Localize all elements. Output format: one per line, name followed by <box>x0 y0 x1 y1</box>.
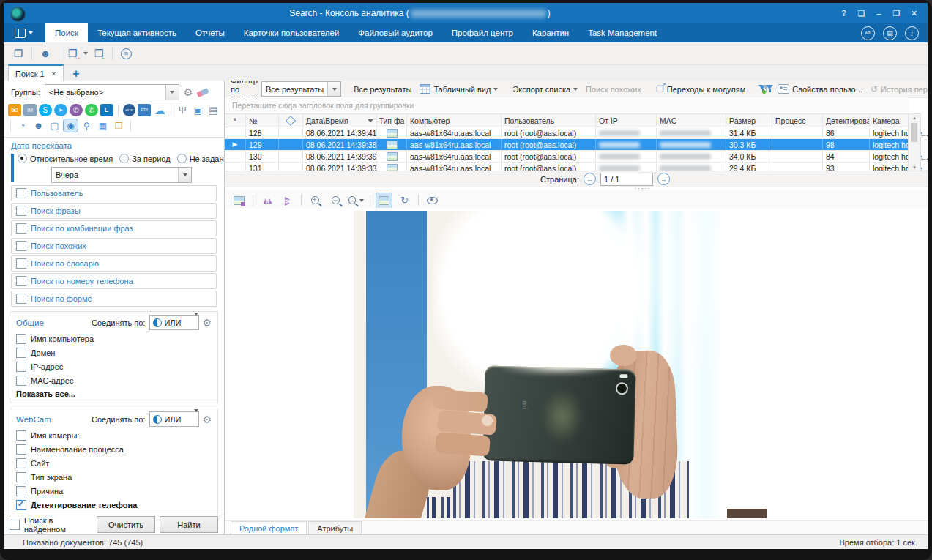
search-in-found-checkbox[interactable] <box>10 520 20 530</box>
checkbox[interactable] <box>16 241 26 251</box>
ftp-icon[interactable]: FTP <box>138 104 151 116</box>
device-search-icon[interactable]: ▣ <box>191 104 204 116</box>
all-results-button[interactable]: Все результаты <box>351 85 414 94</box>
filter-dictionary[interactable]: Поиск по словарю <box>11 255 217 272</box>
telegram-icon[interactable]: ➤ <box>54 104 67 116</box>
gear-icon[interactable]: ⚙ <box>202 318 212 328</box>
checkbox[interactable] <box>16 188 26 198</box>
next-page-button[interactable]: → <box>657 173 670 185</box>
webcam-item-process-name[interactable]: Наименование процесса <box>16 442 212 456</box>
cash-register-icon[interactable]: ▦ <box>96 119 110 132</box>
menu-tab-profile-center[interactable]: Профайл центр <box>442 23 523 42</box>
api-icon[interactable]: API <box>861 26 875 40</box>
gear-icon[interactable]: ⚙ <box>184 87 193 97</box>
user-search-icon[interactable]: ☻ <box>37 45 54 62</box>
table-row[interactable]: 128 08.06.2021 14:39:41 aas-w81x64ru.aas… <box>225 127 909 139</box>
checkbox[interactable] <box>16 362 26 372</box>
checkbox[interactable] <box>16 334 26 344</box>
filter-user[interactable]: Пользователь <box>11 185 217 201</box>
checkbox[interactable] <box>16 430 26 441</box>
scroll-up-icon[interactable]: ▲ <box>909 114 920 122</box>
http-icon[interactable]: HTTP <box>123 104 136 116</box>
checkbox[interactable] <box>16 458 26 468</box>
header-user[interactable]: Пользователь <box>502 114 596 127</box>
checkbox[interactable] <box>16 258 26 269</box>
clock-icon[interactable]: ◔ <box>15 119 29 132</box>
header-from-ip[interactable]: От IP <box>596 114 657 127</box>
filter-phrase-combination[interactable]: Поиск по комбинации фраз <box>11 220 217 236</box>
viber-icon[interactable]: ✆ <box>70 104 83 116</box>
app-menu-button[interactable] <box>8 23 40 42</box>
checkbox[interactable] <box>16 206 26 216</box>
table-row-selected[interactable]: ▶ 129 08.06.2021 14:39:38 aas-w81x64ru.a… <box>225 139 909 151</box>
menu-tab-quarantine[interactable]: Карантин <box>523 23 578 42</box>
close-button[interactable]: ✕ <box>906 7 922 20</box>
type-filter-dropdown[interactable]: Все результаты <box>261 81 341 97</box>
header-mac[interactable]: MAC <box>657 114 726 127</box>
webcam-item-reason[interactable]: Причина <box>16 484 212 498</box>
filter-similar[interactable]: Поиск похожих <box>11 238 217 254</box>
menu-tab-reports[interactable]: Отчеты <box>186 23 234 42</box>
search-similar-button[interactable]: Поиск похожих <box>584 85 644 94</box>
info-icon[interactable]: i <box>905 26 919 40</box>
cloud-icon[interactable]: ☁ <box>153 104 166 116</box>
chat-history-button[interactable]: ↺История переписки <box>868 84 928 94</box>
show-all-link[interactable]: Показать все... <box>16 387 212 398</box>
whatsapp-icon[interactable]: ✆ <box>85 104 98 116</box>
close-tab-icon[interactable]: ✕ <box>51 70 57 78</box>
go-to-modules-button[interactable]: ❐Переходы к модулям <box>654 84 748 94</box>
group-by-hint[interactable]: Перетащите сюда заголовок поля для групп… <box>225 97 909 113</box>
fit-window-icon[interactable] <box>376 193 392 209</box>
chevron-down-icon[interactable] <box>83 52 88 55</box>
table-scrollbar[interactable]: ▲ ▼ <box>908 113 921 172</box>
checkbox[interactable] <box>16 486 26 496</box>
dropdown-button[interactable] <box>194 316 198 329</box>
menu-tab-current-activity[interactable]: Текущая активность <box>88 23 186 42</box>
header-size[interactable]: Размер <box>726 114 772 127</box>
mail-icon[interactable]: ✉ <box>8 104 21 116</box>
menu-tab-task-management[interactable]: Task Management <box>578 23 666 42</box>
monitor-icon[interactable]: ▢ <box>48 119 61 132</box>
find-button[interactable]: Найти <box>160 516 218 533</box>
page-value[interactable]: 1 / 1 <box>600 173 653 186</box>
gear-icon[interactable]: ⚙ <box>202 414 212 425</box>
webcam-item-screen-type[interactable]: Тип экрана <box>16 470 212 484</box>
flip-vertical-icon[interactable]: ◭◮ <box>279 193 296 209</box>
checkbox[interactable] <box>16 223 26 234</box>
microphone-icon[interactable]: ⚲ <box>80 119 94 132</box>
webcam-item-phone-detection[interactable]: Детектирование телефона <box>16 498 212 512</box>
user-activity-icon[interactable]: ☻ <box>31 119 45 132</box>
join-dropdown[interactable]: ИЛИ <box>149 315 199 330</box>
header-number[interactable]: № <box>246 114 279 127</box>
printer-icon[interactable]: ▤ <box>206 104 220 116</box>
menu-tab-user-cards[interactable]: Карточки пользователей <box>234 23 349 42</box>
dropdown-button[interactable] <box>327 82 340 96</box>
lync-icon[interactable]: L <box>100 104 113 116</box>
add-tab-button[interactable]: + <box>72 67 79 81</box>
table-view-button[interactable]: Табличный вид <box>417 84 500 94</box>
radio-relative-time[interactable] <box>18 154 27 163</box>
webcam-item-site[interactable]: Сайт <box>16 456 212 470</box>
filter-phone-number[interactable]: Поиск по номеру телефона <box>11 273 217 289</box>
folder-import-icon[interactable]: ❒← <box>90 45 108 62</box>
zoom-in-icon[interactable] <box>307 193 324 209</box>
table-row[interactable]: 130 08.06.2021 14:39:36 aas-w81x64ru.aas… <box>225 151 909 163</box>
radio-not-set[interactable] <box>177 154 187 163</box>
skype-icon[interactable]: S <box>39 104 52 116</box>
header-detected[interactable]: Детектирова <box>823 114 870 127</box>
checkbox[interactable] <box>16 444 26 455</box>
join-dropdown[interactable]: ИЛИ <box>149 411 199 427</box>
folder-export-icon[interactable]: ❒→ <box>64 45 81 62</box>
menu-tab-file-auditor[interactable]: Файловый аудитор <box>348 23 442 42</box>
checkbox[interactable] <box>16 348 26 358</box>
user-properties-button[interactable]: Свойства пользо... <box>775 84 865 94</box>
radio-period[interactable] <box>119 154 129 163</box>
scrollbar-thumb[interactable] <box>911 123 917 142</box>
restore-button[interactable]: ❐ <box>889 7 904 20</box>
checkbox[interactable] <box>16 376 26 386</box>
id-search-icon[interactable] <box>117 45 135 62</box>
header-datetime[interactable]: Дата\Время <box>303 114 377 127</box>
window-copy-icon[interactable]: ❐ <box>10 45 27 62</box>
header-tag[interactable] <box>279 114 303 127</box>
filter-form[interactable]: Поиск по форме <box>11 291 217 307</box>
